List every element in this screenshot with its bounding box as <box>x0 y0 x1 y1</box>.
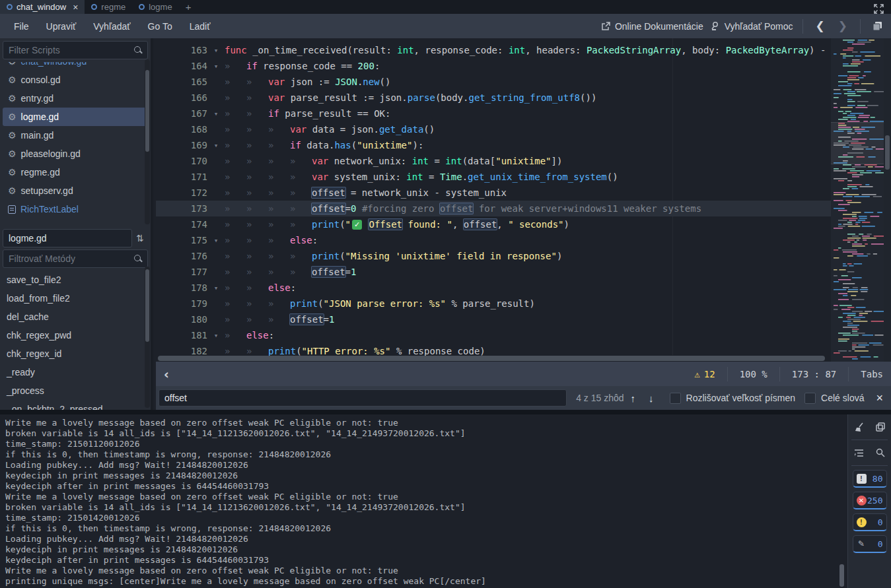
fold-arrow-icon[interactable]: ▾ <box>207 284 225 292</box>
find-next-button[interactable]: ↓ <box>642 393 660 404</box>
method-item-_ready[interactable]: _ready <box>0 363 151 381</box>
code-line-172[interactable]: 172»»»»offset = network_unix - system_un… <box>156 185 891 201</box>
history-back-button[interactable]: ❮ <box>812 19 828 33</box>
find-previous-button[interactable]: ↑ <box>624 393 643 404</box>
script-item-main.gd[interactable]: ⚙main.gd <box>3 126 148 145</box>
gear-icon: ⚙ <box>8 186 17 195</box>
fold-arrow-icon[interactable]: ▾ <box>207 62 225 71</box>
tab-regme[interactable]: regme <box>85 0 132 14</box>
find-input[interactable] <box>159 389 567 407</box>
count-badge-info[interactable]: !80 <box>853 470 887 488</box>
fold-arrow-icon[interactable]: ▾ <box>207 236 225 245</box>
collapse-panel-chevron[interactable]: ‹ <box>156 367 177 381</box>
scripts-sidebar: ⚙chat_window.gd⚙consol.gd⚙entry.gd⚙logme… <box>0 38 153 410</box>
online-docs-button[interactable]: Online Dokumentácie <box>601 21 703 32</box>
script-item-pleaselogin.gd[interactable]: ⚙pleaselogin.gd <box>3 145 148 163</box>
code-line-164[interactable]: 164▾»if response_code == 200: <box>156 58 891 74</box>
code-line-169[interactable]: 169▾»»»if data.has("unixtime"): <box>156 137 891 153</box>
line-number: 176 <box>156 251 207 261</box>
code-line-165[interactable]: 165»»var json := JSON.new() <box>156 74 891 90</box>
method-list-scrollbar[interactable] <box>145 267 150 408</box>
code-line-179[interactable]: 179»»»print("JSON parse error: %s" % par… <box>156 296 891 311</box>
tab-logme[interactable]: logme <box>132 0 178 14</box>
menu-item-upraviť[interactable]: Upraviť <box>38 21 85 32</box>
tab-marker: » <box>290 156 312 166</box>
code-line-170[interactable]: 170»»»»var network_unix: int = int(data[… <box>156 153 891 169</box>
method-item-save_to_file2[interactable]: save_to_file2 <box>0 271 151 289</box>
method-item-del_cache[interactable]: del_cache <box>0 308 151 326</box>
menu-item-file[interactable]: File <box>5 21 38 32</box>
fold-arrow-icon[interactable]: ▾ <box>207 141 225 150</box>
menu-item-go-to[interactable]: Go To <box>139 21 181 32</box>
editor-vertical-scrollbar[interactable] <box>884 38 891 362</box>
count-badge-warning[interactable]: !0 <box>853 513 887 531</box>
match-count: 4 z 15 zhôd <box>576 393 624 403</box>
close-tab-icon[interactable]: × <box>73 3 78 12</box>
code-line-168[interactable]: 168»»»var data = json.get_data() <box>156 121 891 137</box>
menu-item-ladiť[interactable]: Ladiť <box>181 21 219 32</box>
code-line-173[interactable]: 173»»»»offset=0 #forcing zero offset for… <box>156 201 891 216</box>
code-line-178[interactable]: 178▾»»else: <box>156 280 891 296</box>
count-badge-edit[interactable]: ✎0 <box>853 535 887 553</box>
fold-arrow-icon[interactable]: ▾ <box>207 46 225 55</box>
filter-scripts-input[interactable] <box>3 45 133 55</box>
line-number: 168 <box>156 124 207 135</box>
search-output-button[interactable] <box>873 445 888 460</box>
tab-chat_window[interactable]: chat_window× <box>0 0 85 14</box>
code-line-174[interactable]: 174»»»»print("✓ Offset found: ", offset,… <box>156 216 891 232</box>
code-line-176[interactable]: 176»»»»print("Missing 'unixtime' field i… <box>156 248 891 264</box>
search-help-button[interactable]: Vyhľadať Pomoc <box>710 21 793 32</box>
tab-marker: » <box>225 267 246 277</box>
method-item-chk_regex_pwd[interactable]: chk_regex_pwd <box>0 326 151 344</box>
code-line-181[interactable]: 181▾»else: <box>156 327 891 343</box>
script-item-RichTextLabel[interactable]: RichTextLabel <box>3 200 148 218</box>
code-line-171[interactable]: 171»»»»var system_unix: int = Time.get_u… <box>156 169 891 185</box>
menu-items: FileUpraviťVyhľadaťGo ToLadiť <box>0 21 219 32</box>
code-line-175[interactable]: 175▾»»»else: <box>156 232 891 248</box>
indent-mode[interactable]: Tabs <box>861 369 883 379</box>
count-value: 0 <box>878 517 883 527</box>
filter-methods-input[interactable] <box>3 253 133 264</box>
divider <box>851 465 888 466</box>
close-find-bar-button[interactable]: × <box>868 391 891 405</box>
fold-arrow-icon[interactable]: ▾ <box>207 331 225 340</box>
method-item-load_from_file2[interactable]: load_from_file2 <box>0 289 151 308</box>
code-line-166[interactable]: 166»»var parse_result := json.parse(body… <box>156 90 891 106</box>
minimap[interactable] <box>831 38 884 362</box>
script-item-consol.gd[interactable]: ⚙consol.gd <box>3 71 148 89</box>
editor-horizontal-scrollbar[interactable] <box>156 355 828 362</box>
clear-output-button[interactable] <box>851 420 866 434</box>
panel-divider[interactable] <box>0 410 891 414</box>
warnings-badge[interactable]: ⚠ 12 <box>694 369 715 379</box>
console-scrollbar[interactable] <box>838 414 845 588</box>
history-forward-button[interactable]: ❯ <box>835 19 851 33</box>
script-item-entry.gd[interactable]: ⚙entry.gd <box>3 89 148 108</box>
count-badge-error[interactable]: ✕250 <box>853 492 887 509</box>
code-line-177[interactable]: 177»»»»offset=1 <box>156 264 891 280</box>
tab-marker: » <box>246 203 268 214</box>
script-item-logme.gd[interactable]: ⚙logme.gd <box>3 108 148 126</box>
script-item-setupserv.gd[interactable]: ⚙setupserv.gd <box>3 181 148 200</box>
match-case-checkbox[interactable]: Rozlišovať veľkosť písmen <box>670 393 796 404</box>
fold-arrow-icon[interactable]: ▾ <box>207 110 225 118</box>
search-icon <box>133 46 143 55</box>
toggle-scripts-panel-button[interactable] <box>870 19 884 34</box>
code-line-167[interactable]: 167▾»»if parse_result == OK: <box>156 106 891 121</box>
script-item-regme.gd[interactable]: ⚙regme.gd <box>3 163 148 181</box>
whole-words-checkbox[interactable]: Celé slová <box>804 393 864 404</box>
script-list-scrollbar[interactable] <box>145 59 150 224</box>
minimap-viewport[interactable] <box>831 122 884 164</box>
tab-marker: » <box>246 219 268 230</box>
console-line: keydeciph after in print messages is 644… <box>5 481 832 492</box>
script-item-chat_window.gd[interactable]: ⚙chat_window.gd <box>3 62 148 71</box>
menu-item-vyhľadať[interactable]: Vyhľadať <box>85 21 139 32</box>
code-line-180[interactable]: 180»»»offset=1 <box>156 311 891 327</box>
code-line-163[interactable]: 163▾func _on_time_received(result: int, … <box>156 42 891 58</box>
code-editor[interactable]: 163▾func _on_time_received(result: int, … <box>156 38 891 362</box>
copy-output-button[interactable] <box>873 420 888 434</box>
sort-methods-icon[interactable]: ⇅ <box>132 233 148 244</box>
method-item-_process[interactable]: _process <box>0 381 151 400</box>
new-tab-button[interactable]: + <box>179 0 198 14</box>
collapse-messages-button[interactable] <box>851 445 866 460</box>
method-item-chk_regex_id[interactable]: chk_regex_id <box>0 344 151 363</box>
